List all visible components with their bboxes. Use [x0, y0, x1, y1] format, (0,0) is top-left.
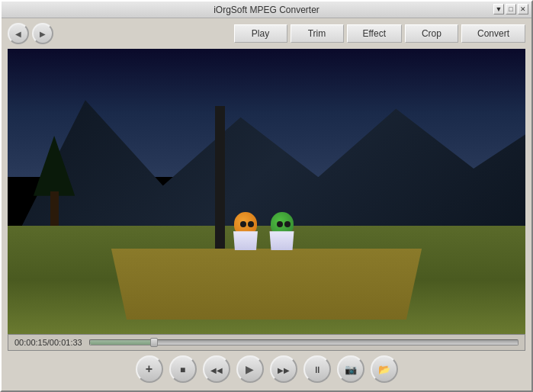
maximize-button[interactable]: □	[506, 4, 516, 14]
progress-thumb[interactable]	[150, 338, 158, 347]
video-scene	[8, 49, 525, 334]
video-player	[8, 49, 525, 334]
time-display: 00:00:15/00:01:33	[14, 338, 83, 347]
stop-button[interactable]	[169, 355, 197, 383]
forward-icon	[278, 364, 290, 375]
tab-crop[interactable]: Crop	[405, 24, 458, 43]
character-green	[267, 212, 297, 254]
folder-button[interactable]	[371, 355, 398, 383]
add-icon	[146, 362, 153, 376]
tree-trunk	[50, 191, 59, 226]
char-green-eye-left	[277, 221, 283, 227]
rewind-icon	[210, 364, 223, 375]
scene-platform	[111, 249, 422, 320]
char-orange-eye-right	[248, 221, 254, 227]
folder-icon	[378, 364, 390, 375]
app-title: iOrgSoft MPEG Converter	[214, 5, 319, 15]
progress-fill	[90, 340, 154, 345]
forward-button[interactable]	[270, 355, 297, 383]
controls-bar	[2, 351, 531, 390]
toolbar: Play Trim Effect Crop Convert	[2, 18, 531, 49]
scene-pole	[215, 106, 226, 249]
minimize-button[interactable]: ▼	[493, 4, 504, 14]
character-orange	[230, 212, 261, 254]
char-orange-eye-left	[240, 221, 246, 227]
pause-icon	[313, 364, 322, 375]
nav-next-button[interactable]	[32, 23, 53, 44]
title-bar: iOrgSoft MPEG Converter ▼ □ ✕	[2, 2, 531, 18]
window-controls: ▼ □ ✕	[493, 4, 528, 14]
tree-top	[34, 136, 75, 196]
tab-trim[interactable]: Trim	[291, 24, 344, 43]
rewind-button[interactable]	[203, 355, 230, 383]
add-button[interactable]	[136, 355, 163, 383]
nav-next-icon	[40, 30, 46, 38]
tab-play[interactable]: Play	[234, 24, 287, 43]
pause-button[interactable]	[303, 355, 331, 383]
scene-tree	[34, 140, 75, 226]
char-green-wing	[267, 231, 297, 250]
snapshot-button[interactable]	[337, 355, 364, 383]
close-button[interactable]: ✕	[518, 4, 528, 14]
nav-prev-icon	[15, 30, 21, 38]
char-orange-wing	[230, 231, 261, 250]
stop-icon	[180, 364, 185, 375]
nav-prev-button[interactable]	[8, 23, 29, 44]
play-icon	[246, 363, 254, 375]
char-green-eye-right	[284, 221, 291, 227]
tab-convert[interactable]: Convert	[461, 24, 525, 43]
snapshot-icon	[345, 364, 357, 375]
progress-bar-area: 00:00:15/00:01:33	[8, 334, 525, 351]
app-window: iOrgSoft MPEG Converter ▼ □ ✕ Play Trim …	[0, 0, 533, 392]
play-button[interactable]	[236, 355, 264, 383]
progress-track[interactable]	[89, 339, 519, 345]
tab-effect[interactable]: Effect	[347, 24, 402, 43]
